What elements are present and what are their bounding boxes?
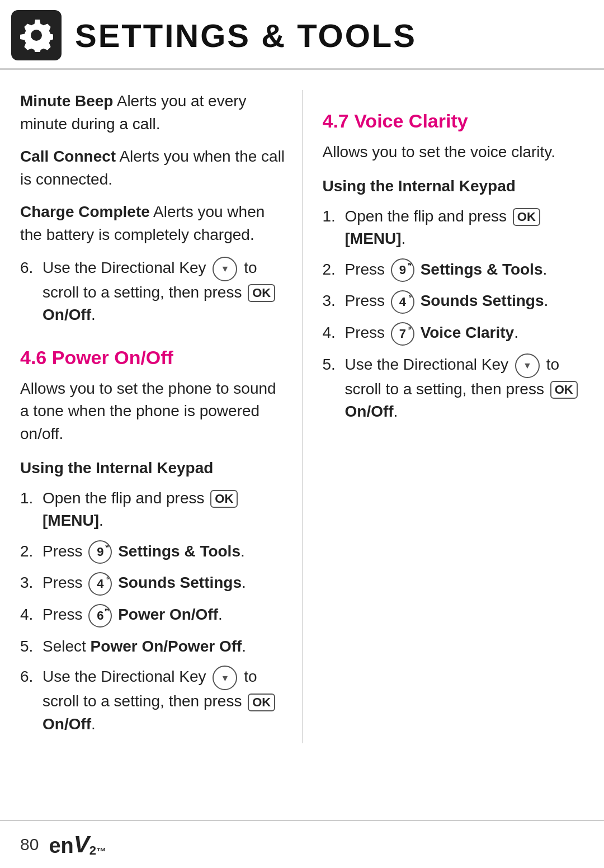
charge-complete-block: Charge Complete Alerts you when the batt…: [20, 201, 285, 246]
right-column: 4.7 Voice Clarity Allows you to set the …: [303, 90, 588, 743]
minute-beep-block: Minute Beep Alerts you at every minute d…: [20, 90, 285, 135]
section-46-subsection: Using the Internal Keypad: [20, 459, 285, 477]
brand-logo: enV2™: [49, 831, 106, 858]
settings-tools-label: Settings & Tools: [118, 542, 240, 560]
section-46-desc: Allows you to set the phone to sound a t…: [20, 378, 285, 446]
list-item: 3. Press 4ˢ Sounds Settings.: [323, 290, 588, 314]
key-4-icon: 4ˢ: [88, 572, 112, 596]
sounds-settings-label: Sounds Settings: [421, 292, 544, 309]
list-item: 1. Open the flip and press OK [MENU].: [323, 205, 588, 251]
list-item: 3. Press 4ˢ Sounds Settings.: [20, 572, 285, 596]
key-4-icon: 4ˢ: [391, 290, 414, 314]
power-on-off-label: Power On/Off: [118, 606, 218, 623]
key-9-icon: 9ʷ: [391, 258, 414, 282]
page-header: SETTINGS & TOOLS: [0, 0, 604, 70]
voice-clarity-label: Voice Clarity: [421, 324, 515, 341]
ok-key-icon: OK: [210, 490, 238, 508]
page-footer: 80 enV2™: [0, 820, 604, 868]
call-connect-block: Call Connect Alerts you when the call is…: [20, 145, 285, 191]
menu-label: [MENU]: [43, 512, 99, 529]
logo-tm: ™: [96, 846, 106, 858]
key-9-icon: 9ʷ: [88, 540, 112, 564]
on-off-label: On/Off: [43, 715, 91, 733]
section-47-steps: 1. Open the flip and press OK [MENU]. 2.…: [323, 205, 588, 423]
logo-en: en: [49, 834, 73, 858]
menu-label: [MENU]: [345, 230, 402, 247]
section-47-subsection: Using the Internal Keypad: [323, 177, 588, 195]
list-item: 4. Press 7ᵖ Voice Clarity.: [323, 322, 588, 346]
key-6-icon: 6ᵐ: [88, 604, 112, 628]
on-off-label: On/Off: [43, 306, 91, 323]
gear-icon: [11, 10, 62, 60]
list-item: 4. Press 6ᵐ Power On/Off.: [20, 603, 285, 628]
section-47-desc: Allows you to set the voice clarity.: [323, 141, 588, 164]
power-on-power-off-label: Power On/Power Off: [91, 638, 242, 655]
list-item: 5. Use the Directional Key to scroll to …: [323, 353, 588, 423]
section-4-7: 4.7 Voice Clarity Allows you to set the …: [323, 110, 588, 423]
pre-section-step6: 6. Use the Directional Key to scroll to …: [20, 257, 285, 327]
section-46-steps: 1. Open the flip and press OK [MENU]. 2.…: [20, 487, 285, 736]
page-number: 80: [20, 835, 39, 854]
section-47-heading: 4.7 Voice Clarity: [323, 110, 588, 132]
settings-tools-label: Settings & Tools: [421, 261, 543, 278]
directional-key-icon: [213, 666, 237, 690]
section-4-6: 4.6 Power On/Off Allows you to set the p…: [20, 347, 285, 736]
left-column: Minute Beep Alerts you at every minute d…: [20, 90, 303, 743]
charge-complete-term: Charge Complete: [20, 203, 150, 220]
logo-v: V: [74, 831, 89, 858]
key-7-icon: 7ᵖ: [391, 322, 414, 346]
list-item: 6. Use the Directional Key to scroll to …: [20, 666, 285, 735]
page-content: Minute Beep Alerts you at every minute d…: [0, 70, 604, 743]
call-connect-term: Call Connect: [20, 148, 116, 165]
ok-key-icon: OK: [248, 694, 275, 711]
ok-key-icon: OK: [248, 284, 275, 302]
list-item: 1. Open the flip and press OK [MENU].: [20, 487, 285, 532]
list-item: 2. Press 9ʷ Settings & Tools.: [20, 540, 285, 564]
list-item: 6. Use the Directional Key to scroll to …: [20, 257, 285, 327]
list-item: 5. Select Power On/Power Off.: [20, 635, 285, 658]
ok-key-icon: OK: [550, 381, 578, 399]
ok-key-icon: OK: [513, 208, 540, 226]
minute-beep-term: Minute Beep: [20, 92, 113, 110]
section-46-heading: 4.6 Power On/Off: [20, 347, 285, 369]
list-item: 2. Press 9ʷ Settings & Tools.: [323, 258, 588, 282]
page-title: SETTINGS & TOOLS: [75, 17, 417, 54]
sounds-settings-label: Sounds Settings: [118, 574, 242, 591]
directional-key-icon: [213, 257, 237, 281]
directional-key-icon: [515, 353, 540, 378]
on-off-label: On/Off: [345, 403, 394, 420]
logo-sup2: 2: [89, 843, 96, 858]
